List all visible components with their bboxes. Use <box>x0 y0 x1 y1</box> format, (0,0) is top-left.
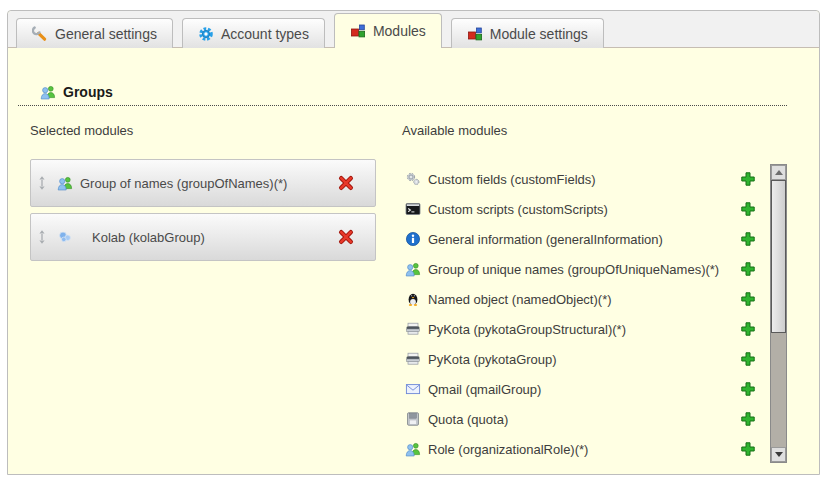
updown-arrow-icon[interactable] <box>37 175 49 191</box>
people-icon <box>57 175 73 191</box>
scroll-up-button[interactable] <box>771 165 786 180</box>
tab-general-settings[interactable]: General settings <box>16 18 173 48</box>
selected-module-row[interactable]: Kolab (kolabGroup) <box>30 213 376 261</box>
green-plus-icon[interactable] <box>740 351 756 367</box>
tab-modules[interactable]: Modules <box>334 13 442 48</box>
green-plus-icon[interactable] <box>740 261 756 277</box>
tab-bar: General settings Account types <box>8 11 819 48</box>
up-arrow-icon <box>775 170 783 175</box>
available-module-label: General information (generalInformation) <box>428 232 728 247</box>
tab-label: Account types <box>221 26 309 42</box>
red-x-icon[interactable] <box>338 175 354 191</box>
available-module-row: Quota (quota) <box>402 404 762 434</box>
selected-module-label: Kolab (kolabGroup) <box>92 230 338 245</box>
info-icon <box>405 231 421 247</box>
tab-label: Module settings <box>490 26 588 42</box>
available-module-label: Quota (quota) <box>428 412 728 427</box>
kolab-icon <box>57 229 73 245</box>
tab-account-types[interactable]: Account types <box>182 18 325 48</box>
selected-module-label: Group of names (groupOfNames)(*) <box>80 176 338 191</box>
section-title: Groups <box>63 84 113 100</box>
tux-icon <box>405 291 421 307</box>
green-plus-icon[interactable] <box>740 381 756 397</box>
available-module-row: Group of unique names (groupOfUniqueName… <box>402 254 762 284</box>
available-module-label: PyKota (pykotaGroup) <box>428 352 728 367</box>
tab-label: General settings <box>55 26 157 42</box>
available-module-row: Named object (namedObject)(*) <box>402 284 762 314</box>
cubes-icon <box>350 23 366 39</box>
available-module-row: Custom fields (customFields) <box>402 164 762 194</box>
available-module-row: Custom scripts (customScripts) <box>402 194 762 224</box>
wrench-icon <box>32 26 48 42</box>
available-module-row: PyKota (pykotaGroup) <box>402 344 762 374</box>
selected-modules-heading: Selected modules <box>30 123 378 138</box>
printer-icon <box>405 351 421 367</box>
available-modules-column: Available modules Custom <box>402 123 787 464</box>
available-modules-list: Custom fields (customFields) <box>402 164 762 464</box>
green-plus-icon[interactable] <box>740 231 756 247</box>
scroll-down-button[interactable] <box>771 447 786 462</box>
envelope-icon <box>405 381 421 397</box>
lam-configuration-page: General settings Account types <box>0 0 826 482</box>
available-module-row: General information (generalInformation) <box>402 224 762 254</box>
green-plus-icon[interactable] <box>740 411 756 427</box>
settings-window: General settings Account types <box>7 10 820 475</box>
updown-arrow-icon[interactable] <box>37 229 49 245</box>
cubes-icon <box>467 26 483 42</box>
available-module-label: Custom scripts (customScripts) <box>428 202 728 217</box>
red-x-icon[interactable] <box>338 229 354 245</box>
green-plus-icon[interactable] <box>740 291 756 307</box>
people-icon <box>40 84 56 100</box>
available-module-row: Role (organizationalRole)(*) <box>402 434 762 464</box>
available-module-label: PyKota (pykotaGroupStructural)(*) <box>428 322 728 337</box>
people-icon <box>405 441 421 457</box>
available-module-label: Role (organizationalRole)(*) <box>428 442 728 457</box>
green-plus-icon[interactable] <box>740 171 756 187</box>
down-arrow-icon <box>775 452 783 457</box>
terminal-icon <box>405 201 421 217</box>
scrollbar-thumb[interactable] <box>771 180 786 333</box>
available-module-row: PyKota (pykotaGroupStructural)(*) <box>402 314 762 344</box>
available-module-label: Group of unique names (groupOfUniqueName… <box>428 262 728 277</box>
selected-modules-column: Selected modules <box>30 123 378 261</box>
modules-panel: Groups Selected modules <box>8 48 819 473</box>
available-module-row: Qmail (qmailGroup) <box>402 374 762 404</box>
green-plus-icon[interactable] <box>740 321 756 337</box>
disk-icon <box>405 411 421 427</box>
groups-section-heading: Groups <box>18 84 787 106</box>
green-plus-icon[interactable] <box>740 201 756 217</box>
gear-icon <box>198 26 214 42</box>
selected-modules-list: Group of names (groupOfNames)(*) <box>30 159 378 261</box>
tab-label: Modules <box>373 23 426 39</box>
tab-module-settings[interactable]: Module settings <box>451 18 604 48</box>
gears-icon <box>405 171 421 187</box>
people-icon <box>405 261 421 277</box>
selected-module-row[interactable]: Group of names (groupOfNames)(*) <box>30 159 376 207</box>
available-modules-heading: Available modules <box>402 123 787 138</box>
vertical-scrollbar[interactable] <box>770 164 787 463</box>
printer-icon <box>405 321 421 337</box>
available-module-label: Custom fields (customFields) <box>428 172 728 187</box>
available-module-label: Qmail (qmailGroup) <box>428 382 728 397</box>
available-module-label: Named object (namedObject)(*) <box>428 292 728 307</box>
green-plus-icon[interactable] <box>740 441 756 457</box>
